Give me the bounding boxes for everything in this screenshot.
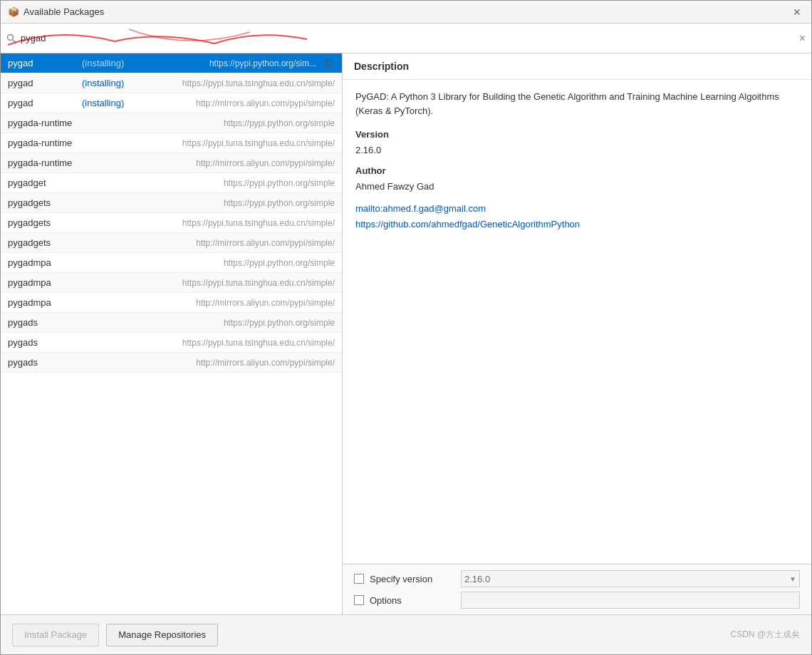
clear-search-button[interactable]: × [799, 32, 806, 45]
options-bar: Specify version 2.16.0 ▼ Options [343, 564, 811, 614]
package-url: https://pypi.python.org/simple [224, 258, 335, 268]
github-link[interactable]: https://github.com/ahmedfgad/GeneticAlgo… [355, 217, 798, 232]
description-body: PyGAD: A Python 3 Library for Building t… [343, 80, 811, 564]
package-url: https://pypi.tuna.tsinghua.edu.cn/simple… [182, 78, 335, 88]
list-item[interactable]: pygadgethttps://pypi.python.org/simple [1, 173, 342, 193]
list-item[interactable]: pygad (installing)http://mirrors.aliyun.… [1, 93, 342, 113]
package-name: pygad [8, 58, 79, 68]
list-item[interactable]: pygad (installing)https://pypi.python.or… [1, 53, 342, 73]
svg-point-0 [8, 34, 14, 40]
list-item[interactable]: pygadshttps://pypi.python.org/simple [1, 313, 342, 333]
options-label: Options [370, 595, 455, 606]
package-name: pygadgets [8, 217, 79, 228]
options-row: Options [354, 592, 800, 609]
package-url: http://mirrors.aliyun.com/pypi/simple/ [196, 358, 335, 368]
package-url: https://pypi.tuna.tsinghua.edu.cn/simple… [182, 338, 335, 348]
list-item[interactable]: pygadgetshttps://pypi.tuna.tsinghua.edu.… [1, 213, 342, 233]
email-link[interactable]: mailto:ahmed.f.gad@gmail.com [355, 202, 798, 216]
package-name: pygadget [8, 177, 79, 188]
list-item[interactable]: pygada-runtimehttps://pypi.tuna.tsinghua… [1, 133, 342, 153]
package-status: (installing) [82, 58, 124, 68]
package-url: https://pypi.tuna.tsinghua.edu.cn/simple… [182, 278, 335, 288]
svg-line-1 [13, 40, 16, 43]
main-window: 📦 Available Packages ✕ × pygad (installi… [0, 0, 812, 655]
package-url: https://pypi.python.org/simple [224, 178, 335, 188]
package-status: (installing) [82, 98, 124, 108]
description-text: PyGAD: A Python 3 Library for Building t… [355, 90, 798, 118]
package-name: pygads [8, 337, 79, 348]
author-value: Ahmed Fawzy Gad [355, 180, 798, 194]
package-status: (installing) [82, 78, 124, 88]
watermark: CSDN @方土成矣 [730, 629, 800, 641]
version-dropdown-value: 2.16.0 [464, 574, 490, 584]
close-button[interactable]: ✕ [790, 5, 804, 19]
options-checkbox[interactable] [354, 595, 364, 605]
version-label: Version [355, 128, 798, 142]
package-url: http://mirrors.aliyun.com/pypi/simple/ [196, 158, 335, 168]
specify-version-label: Specify version [370, 574, 455, 584]
package-name: pygada-runtime [8, 118, 79, 128]
package-url: http://mirrors.aliyun.com/pypi/simple/ [196, 238, 335, 248]
specify-version-row: Specify version 2.16.0 ▼ [354, 570, 800, 587]
search-bar: × [1, 24, 811, 53]
package-name: pygadmpa [8, 257, 79, 268]
list-item[interactable]: pygadmpahttps://pypi.tuna.tsinghua.edu.c… [1, 273, 342, 293]
right-panel: Description PyGAD: A Python 3 Library fo… [343, 53, 811, 614]
footer-bar: Install Package Manage Repositories CSDN… [1, 614, 811, 654]
list-item[interactable]: pygadmpahttp://mirrors.aliyun.com/pypi/s… [1, 293, 342, 313]
window-title: Available Packages [24, 6, 104, 17]
list-item[interactable]: pygadgetshttps://pypi.python.org/simple [1, 193, 342, 213]
package-url: https://pypi.python.org/simple [224, 198, 335, 208]
package-url: https://pypi.tuna.tsinghua.edu.cn/simple… [182, 138, 335, 148]
version-value: 2.16.0 [355, 143, 798, 158]
package-url: https://pypi.python.org/simple [224, 118, 335, 128]
package-list: pygad (installing)https://pypi.python.or… [1, 53, 342, 373]
list-item[interactable]: pygada-runtimehttp://mirrors.aliyun.com/… [1, 153, 342, 173]
package-name: pygadgets [8, 237, 79, 248]
manage-repositories-button[interactable]: Manage Repositories [106, 624, 218, 646]
title-bar: 📦 Available Packages ✕ [1, 1, 811, 24]
author-label: Author [355, 164, 798, 178]
package-name: pygadgets [8, 197, 79, 208]
window-icon: 📦 [8, 6, 19, 18]
list-item[interactable]: pygadshttps://pypi.tuna.tsinghua.edu.cn/… [1, 333, 342, 353]
search-input[interactable] [21, 33, 795, 43]
description-header: Description [343, 53, 811, 80]
list-item[interactable]: pygadshttp://mirrors.aliyun.com/pypi/sim… [1, 353, 342, 373]
spinner-icon: ↻ [322, 57, 335, 70]
list-item[interactable]: pygadmpahttps://pypi.python.org/simple [1, 253, 342, 273]
package-name: pygadmpa [8, 277, 79, 288]
panels: pygad (installing)https://pypi.python.or… [1, 53, 811, 614]
package-name: pygadmpa [8, 297, 79, 308]
package-name: pygads [8, 317, 79, 328]
package-name: pygad [8, 98, 79, 108]
package-name: pygada-runtime [8, 158, 79, 168]
install-package-button[interactable]: Install Package [12, 624, 99, 646]
version-dropdown[interactable]: 2.16.0 ▼ [461, 570, 800, 587]
package-url: http://mirrors.aliyun.com/pypi/simple/ [196, 98, 335, 108]
package-url: https://pypi.tuna.tsinghua.edu.cn/simple… [182, 218, 335, 228]
search-icon [6, 33, 16, 43]
package-url: http://mirrors.aliyun.com/pypi/simple/ [196, 298, 335, 308]
package-list-panel: pygad (installing)https://pypi.python.or… [1, 53, 343, 614]
list-item[interactable]: pygadgetshttp://mirrors.aliyun.com/pypi/… [1, 233, 342, 253]
package-name: pygad [8, 78, 79, 88]
package-name: pygada-runtime [8, 138, 79, 148]
package-url: https://pypi.python.org/sim... [209, 58, 316, 68]
package-list-scroll[interactable]: pygad (installing)https://pypi.python.or… [1, 53, 342, 614]
list-item[interactable]: pygada-runtimehttps://pypi.python.org/si… [1, 113, 342, 133]
package-url: https://pypi.python.org/simple [224, 318, 335, 328]
specify-version-checkbox[interactable] [354, 574, 364, 584]
version-dropdown-arrow-icon: ▼ [789, 575, 796, 583]
list-item[interactable]: pygad (installing)https://pypi.tuna.tsin… [1, 73, 342, 93]
package-name: pygads [8, 357, 79, 368]
